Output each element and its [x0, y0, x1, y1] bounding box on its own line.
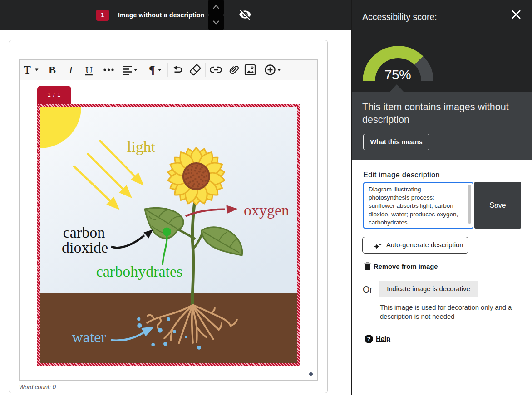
svg-text:T: T: [24, 63, 31, 77]
svg-text:I: I: [69, 64, 73, 76]
svg-text:U: U: [85, 64, 93, 76]
svg-text:¶: ¶: [149, 63, 155, 77]
svg-text:oxygen: oxygen: [244, 202, 289, 219]
svg-text:carbon: carbon: [63, 224, 105, 241]
svg-text:water: water: [72, 329, 106, 346]
svg-text:B: B: [49, 64, 56, 76]
svg-text:light: light: [127, 138, 156, 155]
svg-text:dioxide: dioxide: [62, 239, 108, 256]
svg-text:carbohydrates: carbohydrates: [96, 263, 183, 280]
